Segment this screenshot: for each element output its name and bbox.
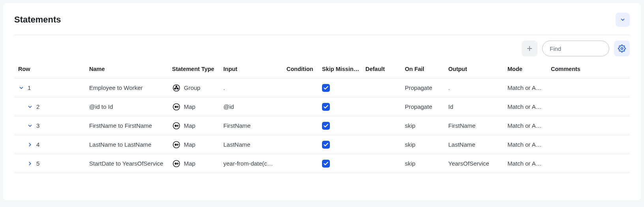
col-row[interactable]: Row: [14, 66, 89, 72]
statement-type-label: Map: [184, 141, 195, 148]
svg-point-4: [176, 86, 177, 87]
chevron-down-icon[interactable]: [27, 104, 33, 110]
settings-button[interactable]: [614, 41, 630, 56]
map-icon: [172, 159, 181, 168]
chevron-down-icon: [620, 17, 625, 22]
on-fail-cell: Propagate: [405, 84, 448, 91]
mode-cell: Match or A…: [507, 84, 551, 91]
statement-type-cell: Map: [172, 103, 223, 111]
chevron-right-icon[interactable]: [27, 160, 33, 167]
name-cell: @id to Id: [89, 103, 172, 110]
col-mode[interactable]: Mode: [507, 66, 551, 72]
name-cell: Employee to Worker: [89, 84, 172, 91]
input-cell: year-from-date(c…: [223, 160, 286, 167]
row-cell: 1: [14, 84, 89, 91]
chevron-down-icon[interactable]: [27, 123, 33, 129]
mode-cell: Match or A…: [507, 141, 551, 148]
input-cell: .: [223, 84, 286, 91]
map-icon: [172, 121, 181, 130]
col-output[interactable]: Output: [448, 66, 507, 72]
table-body: 1Employee to WorkerGroup.Propagate.Match…: [14, 78, 630, 173]
col-name[interactable]: Name: [89, 66, 172, 72]
panel-header: Statements: [14, 13, 630, 35]
statement-type-cell: Group: [172, 84, 223, 92]
map-icon: [172, 103, 181, 111]
mode-cell: Match or A…: [507, 160, 551, 167]
on-fail-cell: Propagate: [405, 103, 448, 110]
output-cell: YearsOfService: [448, 160, 507, 167]
statement-type-label: Map: [184, 122, 195, 129]
mode-cell: Match or A…: [507, 122, 551, 129]
row-number: 3: [36, 122, 39, 129]
row-number: 1: [28, 84, 31, 91]
statement-type-cell: Map: [172, 159, 223, 168]
panel-title: Statements: [14, 15, 61, 25]
map-icon: [172, 140, 181, 149]
col-statement-type[interactable]: Statement Type: [172, 66, 223, 72]
name-cell: LastName to LastName: [89, 141, 172, 148]
skip-missing-checkbox[interactable]: [322, 122, 330, 130]
row-number: 4: [36, 141, 39, 148]
skip-missing-cell: [322, 122, 365, 130]
skip-missing-checkbox[interactable]: [322, 141, 330, 149]
input-cell: FirstName: [223, 122, 286, 129]
output-cell: .: [448, 84, 507, 91]
row-cell: 5: [14, 160, 89, 167]
skip-missing-checkbox[interactable]: [322, 160, 330, 168]
svg-point-2: [621, 48, 623, 50]
row-cell: 2: [14, 103, 89, 110]
name-cell: StartDate to YearsOfService: [89, 160, 172, 167]
row-cell: 4: [14, 141, 89, 148]
chevron-right-icon[interactable]: [27, 142, 33, 148]
table-row[interactable]: 4LastName to LastNameMapLastNameskipLast…: [14, 135, 630, 154]
statements-panel: Statements Row Name Statement Type Input…: [3, 3, 641, 200]
add-button[interactable]: [522, 41, 537, 56]
statement-type-cell: Map: [172, 121, 223, 130]
statement-type-cell: Map: [172, 140, 223, 149]
skip-missing-cell: [322, 160, 365, 168]
table-row[interactable]: 3FirstName to FirstNameMapFirstNameskipF…: [14, 116, 630, 135]
plus-icon: [526, 45, 533, 52]
col-condition[interactable]: Condition: [286, 66, 322, 72]
output-cell: LastName: [448, 141, 507, 148]
on-fail-cell: skip: [405, 141, 448, 148]
statement-type-label: Group: [184, 84, 200, 91]
mode-cell: Match or A…: [507, 103, 551, 110]
output-cell: FirstName: [448, 122, 507, 129]
col-comments[interactable]: Comments: [551, 66, 590, 72]
row-cell: 3: [14, 122, 89, 129]
statement-type-label: Map: [184, 103, 195, 110]
table-row[interactable]: 2@id to IdMap@idPropagateIdMatch or A…: [14, 97, 630, 116]
statements-table: Row Name Statement Type Input Condition …: [14, 60, 630, 173]
table-row[interactable]: 5StartDate to YearsOfServiceMapyear-from…: [14, 154, 630, 173]
col-on-fail[interactable]: On Fail: [405, 66, 448, 72]
col-skip-missing[interactable]: Skip Missin…: [322, 66, 365, 72]
skip-missing-checkbox[interactable]: [322, 84, 330, 92]
skip-missing-cell: [322, 141, 365, 149]
input-cell: LastName: [223, 141, 286, 148]
svg-line-8: [176, 87, 178, 88]
gear-icon: [618, 45, 626, 52]
on-fail-cell: skip: [405, 160, 448, 167]
input-cell: @id: [223, 103, 286, 110]
chevron-down-icon[interactable]: [18, 85, 24, 91]
skip-missing-cell: [322, 103, 365, 111]
collapse-panel-button[interactable]: [616, 13, 630, 27]
skip-missing-cell: [322, 84, 365, 92]
group-icon: [172, 84, 181, 92]
name-cell: FirstName to FirstName: [89, 122, 172, 129]
skip-missing-checkbox[interactable]: [322, 103, 330, 111]
col-default[interactable]: Default: [365, 66, 405, 72]
table-header-row: Row Name Statement Type Input Condition …: [14, 60, 630, 78]
svg-line-7: [175, 87, 176, 88]
table-row[interactable]: 1Employee to WorkerGroup.Propagate.Match…: [14, 78, 630, 97]
output-cell: Id: [448, 103, 507, 110]
on-fail-cell: skip: [405, 122, 448, 129]
row-number: 5: [36, 160, 39, 167]
toolbar: [14, 41, 630, 56]
statement-type-label: Map: [184, 160, 195, 167]
find-input[interactable]: [542, 41, 609, 56]
col-input[interactable]: Input: [223, 66, 286, 72]
row-number: 2: [36, 103, 39, 110]
